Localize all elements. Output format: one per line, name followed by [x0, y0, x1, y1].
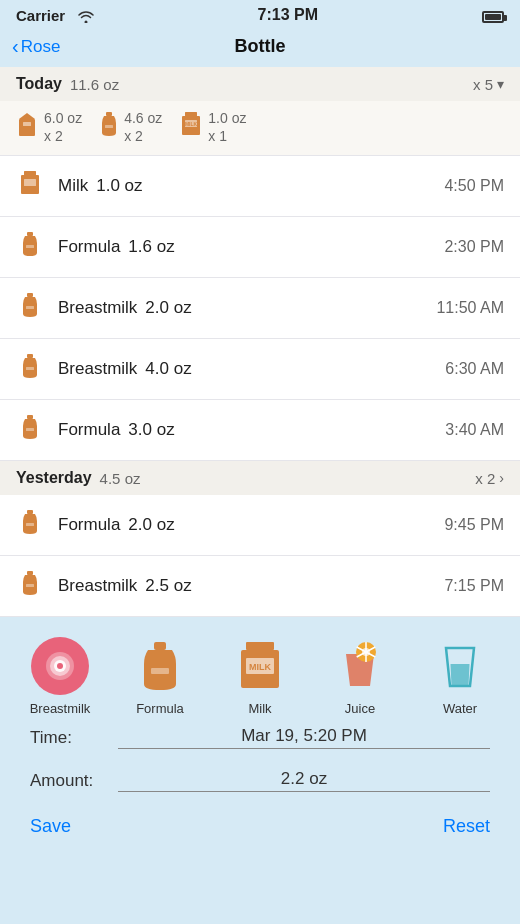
juice-icon-circle: [331, 637, 389, 695]
chevron-left-icon: ‹: [12, 36, 19, 56]
summary-item-1: 4.6 oz x 2: [100, 109, 162, 145]
today-row-2[interactable]: Breastmilk 2.0 oz 11:50 AM: [0, 278, 520, 339]
row-icon-2: [16, 292, 44, 324]
svg-rect-28: [154, 642, 166, 650]
svg-rect-20: [27, 510, 33, 514]
amount-input[interactable]: 2.2 oz: [118, 769, 490, 792]
svg-rect-21: [26, 523, 34, 526]
formula-icon-circle: [131, 637, 189, 695]
amount-label: Amount:: [30, 771, 110, 791]
formula-label: Formula: [136, 701, 184, 716]
svg-point-27: [57, 663, 63, 669]
svg-rect-22: [27, 571, 33, 575]
today-label: Today: [16, 75, 62, 93]
svg-point-35: [362, 648, 370, 656]
list-area: Today 11.6 oz x 5 ▾ 6.0 oz x 2: [0, 67, 520, 617]
today-section-header: Today 11.6 oz x 5 ▾: [0, 67, 520, 101]
wifi-icon: [78, 7, 94, 24]
yesterday-multiplier: x 2 ›: [475, 470, 504, 487]
svg-rect-4: [105, 125, 113, 128]
water-button[interactable]: Water: [425, 637, 495, 716]
milk-carton-icon: [16, 111, 38, 143]
time-input[interactable]: Mar 19, 5:20 PM: [118, 726, 490, 749]
svg-rect-2: [23, 122, 31, 126]
svg-text:MILK: MILK: [249, 662, 271, 672]
svg-rect-3: [106, 112, 112, 116]
svg-rect-11: [24, 179, 36, 186]
svg-marker-1: [19, 113, 35, 119]
row-icon-3: [16, 353, 44, 385]
summary-text-2: 1.0 oz x 1: [208, 109, 246, 145]
svg-rect-10: [24, 171, 36, 175]
bottle-icon-sm: [100, 111, 118, 143]
icon-picker: Breastmilk Formula MILK: [0, 627, 520, 716]
carrier-text: Carrier: [16, 7, 94, 24]
breastmilk-button[interactable]: Breastmilk: [25, 637, 95, 716]
time-field-row: Time: Mar 19, 5:20 PM: [0, 716, 520, 759]
summary-item-0: 6.0 oz x 2: [16, 109, 82, 145]
amount-field-row: Amount: 2.2 oz: [0, 759, 520, 802]
nav-bar: ‹ Rose Bottle: [0, 28, 520, 67]
battery-indicator: [482, 7, 504, 24]
yesterday-label: Yesterday: [16, 469, 92, 487]
milk-label: Milk: [248, 701, 271, 716]
svg-rect-19: [26, 428, 34, 431]
svg-rect-29: [151, 668, 169, 674]
today-row-1[interactable]: Formula 1.6 oz 2:30 PM: [0, 217, 520, 278]
svg-rect-13: [26, 245, 34, 248]
save-button[interactable]: Save: [30, 816, 71, 837]
today-multiplier: x 5 ▾: [473, 76, 504, 93]
svg-rect-15: [26, 306, 34, 309]
reset-button[interactable]: Reset: [443, 816, 490, 837]
today-row-3[interactable]: Breastmilk 4.0 oz 6:30 AM: [0, 339, 520, 400]
row-icon-y1: [16, 570, 44, 602]
svg-rect-14: [27, 293, 33, 297]
today-row-0[interactable]: Milk 1.0 oz 4:50 PM: [0, 156, 520, 217]
row-icon-y0: [16, 509, 44, 541]
svg-rect-31: [246, 642, 274, 650]
breastmilk-label: Breastmilk: [30, 701, 91, 716]
status-bar: Carrier 7:13 PM: [0, 0, 520, 28]
today-total: 11.6 oz: [70, 76, 119, 93]
summary-text-1: 4.6 oz x 2: [124, 109, 162, 145]
juice-label: Juice: [345, 701, 375, 716]
row-icon-1: [16, 231, 44, 263]
today-summary-row: 6.0 oz x 2 4.6 oz x 2: [0, 101, 520, 156]
yesterday-section-header: Yesterday 4.5 oz x 2 ›: [0, 461, 520, 495]
yesterday-total: 4.5 oz: [100, 470, 141, 487]
row-icon-0: [16, 170, 44, 202]
water-label: Water: [443, 701, 477, 716]
svg-rect-6: [185, 112, 197, 116]
svg-rect-16: [27, 354, 33, 358]
svg-text:MILK: MILK: [185, 121, 198, 127]
milk-box-icon: MILK: [180, 111, 202, 143]
summary-text-0: 6.0 oz x 2: [44, 109, 82, 145]
chevron-down-icon: ▾: [497, 76, 504, 92]
status-time: 7:13 PM: [258, 6, 318, 24]
svg-rect-17: [26, 367, 34, 370]
back-label: Rose: [21, 37, 61, 57]
milk-button[interactable]: MILK Milk: [225, 637, 295, 716]
chevron-right-icon: ›: [499, 470, 504, 486]
row-icon-4: [16, 414, 44, 446]
page-title: Bottle: [235, 36, 286, 57]
water-icon-circle: [431, 637, 489, 695]
today-row-4[interactable]: Formula 3.0 oz 3:40 AM: [0, 400, 520, 461]
milk-icon-circle: MILK: [231, 637, 289, 695]
bottom-area: Breastmilk Formula MILK: [0, 617, 520, 857]
svg-rect-0: [19, 119, 35, 136]
svg-rect-23: [26, 584, 34, 587]
yesterday-row-1[interactable]: Breastmilk 2.5 oz 7:15 PM: [0, 556, 520, 617]
breastmilk-icon-circle: [31, 637, 89, 695]
formula-button[interactable]: Formula: [125, 637, 195, 716]
summary-item-2: MILK 1.0 oz x 1: [180, 109, 246, 145]
juice-button[interactable]: Juice: [325, 637, 395, 716]
back-button[interactable]: ‹ Rose: [12, 37, 60, 57]
svg-rect-18: [27, 415, 33, 419]
yesterday-row-0[interactable]: Formula 2.0 oz 9:45 PM: [0, 495, 520, 556]
action-row: Save Reset: [0, 802, 520, 857]
time-label: Time:: [30, 728, 110, 748]
svg-rect-12: [27, 232, 33, 236]
